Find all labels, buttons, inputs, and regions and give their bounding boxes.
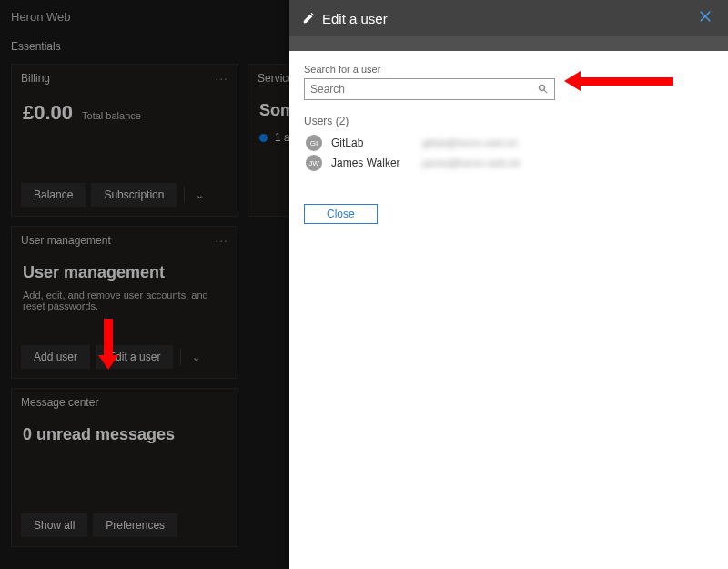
user-management-heading: User management: [23, 263, 227, 282]
users-count-label: Users (2): [304, 115, 713, 127]
user-search-box[interactable]: [304, 78, 555, 100]
user-search-input[interactable]: [310, 83, 538, 96]
add-user-button[interactable]: Add user: [21, 345, 90, 369]
user-email: james@heron-web.int: [422, 157, 520, 168]
more-icon[interactable]: ···: [215, 71, 228, 86]
section-label: Essentials: [11, 40, 61, 53]
status-dot-icon: [259, 134, 268, 142]
user-avatar: GI: [306, 135, 322, 151]
edit-user-button[interactable]: Edit a user: [96, 345, 173, 369]
close-button[interactable]: [695, 6, 715, 30]
billing-card: Billing ··· £0.00 Total balance Balance …: [11, 64, 238, 217]
chevron-down-icon[interactable]: ⌄: [188, 351, 204, 363]
user-row[interactable]: JW James Walker james@heron-web.int: [304, 153, 713, 173]
flyout-header: Edit a user: [289, 0, 728, 36]
user-avatar: JW: [306, 155, 322, 171]
user-email: gitlab@heron-web.int: [422, 137, 517, 148]
edit-user-flyout: Edit a user Search for a user Users (2) …: [289, 0, 728, 569]
pencil-icon: [302, 12, 315, 25]
chevron-down-icon[interactable]: ⌄: [192, 189, 207, 201]
billing-amount-label: Total balance: [82, 110, 141, 121]
search-icon: [538, 84, 549, 95]
flyout-subheader: [289, 36, 728, 51]
user-management-desc: Add, edit, and remove user accounts, and…: [23, 290, 227, 311]
more-icon[interactable]: ···: [215, 233, 228, 248]
billing-amount: £0.00: [23, 101, 73, 125]
balance-button[interactable]: Balance: [21, 183, 86, 207]
user-management-title: User management: [21, 234, 111, 247]
user-management-header: User management ···: [12, 227, 238, 254]
message-center-title: Message center: [21, 396, 98, 409]
show-all-button[interactable]: Show all: [21, 513, 87, 537]
flyout-close-button[interactable]: Close: [304, 204, 378, 224]
user-row[interactable]: GI GitLab gitlab@heron-web.int: [304, 133, 713, 153]
preferences-button[interactable]: Preferences: [93, 513, 177, 537]
user-name: James Walker: [331, 157, 413, 169]
billing-title: Billing: [21, 72, 50, 85]
message-center-heading: 0 unread messages: [23, 425, 227, 444]
message-center-card: Message center 0 unread messages Show al…: [11, 388, 238, 547]
billing-card-header: Billing ···: [12, 65, 238, 92]
subscription-button[interactable]: Subscription: [91, 183, 177, 207]
flyout-title: Edit a user: [322, 11, 695, 26]
user-name: GitLab: [331, 137, 413, 149]
button-divider: [184, 187, 185, 203]
search-field-label: Search for a user: [304, 64, 713, 75]
brand-label: Heron Web: [11, 10, 71, 24]
button-divider: [180, 349, 181, 365]
message-center-header: Message center: [12, 389, 238, 416]
close-icon: [699, 10, 712, 23]
flyout-body: Search for a user Users (2) GI GitLab gi…: [289, 51, 728, 569]
user-management-card: User management ··· User management Add,…: [11, 226, 238, 379]
